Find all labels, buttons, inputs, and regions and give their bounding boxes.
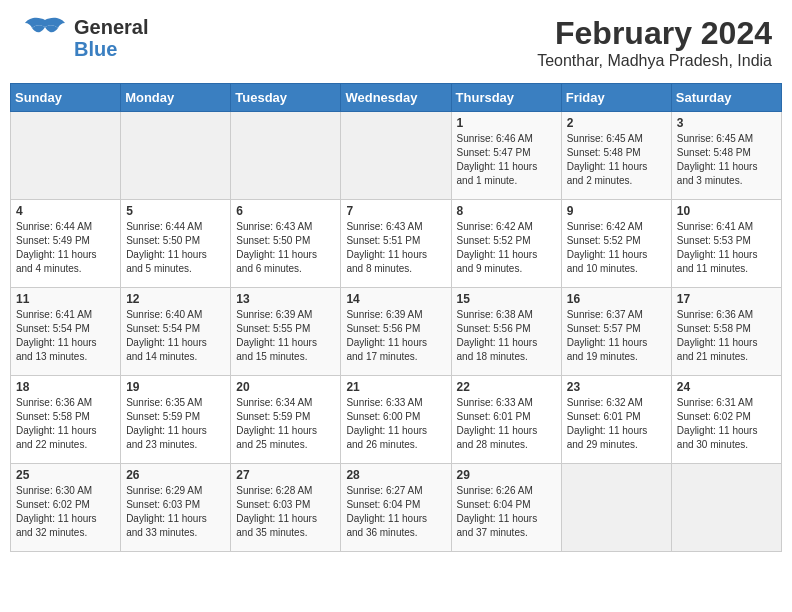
day-number: 10 — [677, 204, 776, 218]
day-info: Sunrise: 6:40 AMSunset: 5:54 PMDaylight:… — [126, 308, 225, 364]
calendar-week-row: 1Sunrise: 6:46 AMSunset: 5:47 PMDaylight… — [11, 112, 782, 200]
calendar-cell: 7Sunrise: 6:43 AMSunset: 5:51 PMDaylight… — [341, 200, 451, 288]
title-section: February 2024 Teonthar, Madhya Pradesh, … — [537, 15, 772, 70]
calendar-cell — [671, 464, 781, 552]
day-info: Sunrise: 6:45 AMSunset: 5:48 PMDaylight:… — [567, 132, 666, 188]
calendar-cell: 22Sunrise: 6:33 AMSunset: 6:01 PMDayligh… — [451, 376, 561, 464]
day-number: 19 — [126, 380, 225, 394]
col-tuesday: Tuesday — [231, 84, 341, 112]
day-number: 14 — [346, 292, 445, 306]
calendar-cell: 27Sunrise: 6:28 AMSunset: 6:03 PMDayligh… — [231, 464, 341, 552]
calendar-cell: 25Sunrise: 6:30 AMSunset: 6:02 PMDayligh… — [11, 464, 121, 552]
day-info: Sunrise: 6:36 AMSunset: 5:58 PMDaylight:… — [16, 396, 115, 452]
day-info: Sunrise: 6:33 AMSunset: 6:01 PMDaylight:… — [457, 396, 556, 452]
calendar-cell: 17Sunrise: 6:36 AMSunset: 5:58 PMDayligh… — [671, 288, 781, 376]
calendar-cell: 26Sunrise: 6:29 AMSunset: 6:03 PMDayligh… — [121, 464, 231, 552]
day-number: 15 — [457, 292, 556, 306]
calendar-cell: 13Sunrise: 6:39 AMSunset: 5:55 PMDayligh… — [231, 288, 341, 376]
logo-icon — [20, 15, 70, 60]
day-number: 22 — [457, 380, 556, 394]
day-number: 3 — [677, 116, 776, 130]
calendar-cell: 8Sunrise: 6:42 AMSunset: 5:52 PMDaylight… — [451, 200, 561, 288]
calendar-cell: 6Sunrise: 6:43 AMSunset: 5:50 PMDaylight… — [231, 200, 341, 288]
day-number: 11 — [16, 292, 115, 306]
day-number: 27 — [236, 468, 335, 482]
day-number: 6 — [236, 204, 335, 218]
calendar-cell: 9Sunrise: 6:42 AMSunset: 5:52 PMDaylight… — [561, 200, 671, 288]
day-info: Sunrise: 6:28 AMSunset: 6:03 PMDaylight:… — [236, 484, 335, 540]
day-number: 16 — [567, 292, 666, 306]
day-number: 13 — [236, 292, 335, 306]
calendar-week-row: 11Sunrise: 6:41 AMSunset: 5:54 PMDayligh… — [11, 288, 782, 376]
calendar-header-row: Sunday Monday Tuesday Wednesday Thursday… — [11, 84, 782, 112]
day-number: 1 — [457, 116, 556, 130]
calendar-cell: 11Sunrise: 6:41 AMSunset: 5:54 PMDayligh… — [11, 288, 121, 376]
calendar-cell: 2Sunrise: 6:45 AMSunset: 5:48 PMDaylight… — [561, 112, 671, 200]
day-info: Sunrise: 6:38 AMSunset: 5:56 PMDaylight:… — [457, 308, 556, 364]
day-info: Sunrise: 6:30 AMSunset: 6:02 PMDaylight:… — [16, 484, 115, 540]
day-info: Sunrise: 6:42 AMSunset: 5:52 PMDaylight:… — [567, 220, 666, 276]
day-number: 12 — [126, 292, 225, 306]
page-header: General Blue February 2024 Teonthar, Mad… — [10, 10, 782, 75]
day-number: 24 — [677, 380, 776, 394]
calendar-cell: 29Sunrise: 6:26 AMSunset: 6:04 PMDayligh… — [451, 464, 561, 552]
day-number: 29 — [457, 468, 556, 482]
day-number: 5 — [126, 204, 225, 218]
day-info: Sunrise: 6:44 AMSunset: 5:50 PMDaylight:… — [126, 220, 225, 276]
calendar-table: Sunday Monday Tuesday Wednesday Thursday… — [10, 83, 782, 552]
day-info: Sunrise: 6:34 AMSunset: 5:59 PMDaylight:… — [236, 396, 335, 452]
calendar-cell: 28Sunrise: 6:27 AMSunset: 6:04 PMDayligh… — [341, 464, 451, 552]
day-number: 4 — [16, 204, 115, 218]
day-number: 9 — [567, 204, 666, 218]
col-saturday: Saturday — [671, 84, 781, 112]
day-info: Sunrise: 6:46 AMSunset: 5:47 PMDaylight:… — [457, 132, 556, 188]
calendar-cell: 23Sunrise: 6:32 AMSunset: 6:01 PMDayligh… — [561, 376, 671, 464]
day-number: 25 — [16, 468, 115, 482]
calendar-week-row: 4Sunrise: 6:44 AMSunset: 5:49 PMDaylight… — [11, 200, 782, 288]
day-info: Sunrise: 6:36 AMSunset: 5:58 PMDaylight:… — [677, 308, 776, 364]
logo: General Blue — [20, 15, 148, 60]
day-info: Sunrise: 6:35 AMSunset: 5:59 PMDaylight:… — [126, 396, 225, 452]
calendar-cell: 18Sunrise: 6:36 AMSunset: 5:58 PMDayligh… — [11, 376, 121, 464]
day-info: Sunrise: 6:26 AMSunset: 6:04 PMDaylight:… — [457, 484, 556, 540]
day-info: Sunrise: 6:39 AMSunset: 5:55 PMDaylight:… — [236, 308, 335, 364]
calendar-cell — [561, 464, 671, 552]
day-info: Sunrise: 6:27 AMSunset: 6:04 PMDaylight:… — [346, 484, 445, 540]
col-wednesday: Wednesday — [341, 84, 451, 112]
day-number: 17 — [677, 292, 776, 306]
day-info: Sunrise: 6:45 AMSunset: 5:48 PMDaylight:… — [677, 132, 776, 188]
day-info: Sunrise: 6:31 AMSunset: 6:02 PMDaylight:… — [677, 396, 776, 452]
day-info: Sunrise: 6:43 AMSunset: 5:51 PMDaylight:… — [346, 220, 445, 276]
month-year: February 2024 — [537, 15, 772, 52]
calendar-cell: 14Sunrise: 6:39 AMSunset: 5:56 PMDayligh… — [341, 288, 451, 376]
day-number: 7 — [346, 204, 445, 218]
calendar-cell: 16Sunrise: 6:37 AMSunset: 5:57 PMDayligh… — [561, 288, 671, 376]
day-number: 2 — [567, 116, 666, 130]
calendar-cell: 19Sunrise: 6:35 AMSunset: 5:59 PMDayligh… — [121, 376, 231, 464]
calendar-week-row: 18Sunrise: 6:36 AMSunset: 5:58 PMDayligh… — [11, 376, 782, 464]
day-info: Sunrise: 6:33 AMSunset: 6:00 PMDaylight:… — [346, 396, 445, 452]
col-sunday: Sunday — [11, 84, 121, 112]
calendar-cell — [341, 112, 451, 200]
day-info: Sunrise: 6:39 AMSunset: 5:56 PMDaylight:… — [346, 308, 445, 364]
day-number: 23 — [567, 380, 666, 394]
day-info: Sunrise: 6:32 AMSunset: 6:01 PMDaylight:… — [567, 396, 666, 452]
calendar-cell — [231, 112, 341, 200]
day-info: Sunrise: 6:41 AMSunset: 5:54 PMDaylight:… — [16, 308, 115, 364]
day-info: Sunrise: 6:29 AMSunset: 6:03 PMDaylight:… — [126, 484, 225, 540]
calendar-cell: 15Sunrise: 6:38 AMSunset: 5:56 PMDayligh… — [451, 288, 561, 376]
calendar-cell: 3Sunrise: 6:45 AMSunset: 5:48 PMDaylight… — [671, 112, 781, 200]
day-number: 18 — [16, 380, 115, 394]
logo-text: General Blue — [74, 16, 148, 60]
day-info: Sunrise: 6:44 AMSunset: 5:49 PMDaylight:… — [16, 220, 115, 276]
calendar-cell: 20Sunrise: 6:34 AMSunset: 5:59 PMDayligh… — [231, 376, 341, 464]
day-number: 28 — [346, 468, 445, 482]
calendar-cell: 4Sunrise: 6:44 AMSunset: 5:49 PMDaylight… — [11, 200, 121, 288]
col-monday: Monday — [121, 84, 231, 112]
day-number: 26 — [126, 468, 225, 482]
day-info: Sunrise: 6:41 AMSunset: 5:53 PMDaylight:… — [677, 220, 776, 276]
day-number: 8 — [457, 204, 556, 218]
day-number: 21 — [346, 380, 445, 394]
calendar-cell: 5Sunrise: 6:44 AMSunset: 5:50 PMDaylight… — [121, 200, 231, 288]
day-number: 20 — [236, 380, 335, 394]
